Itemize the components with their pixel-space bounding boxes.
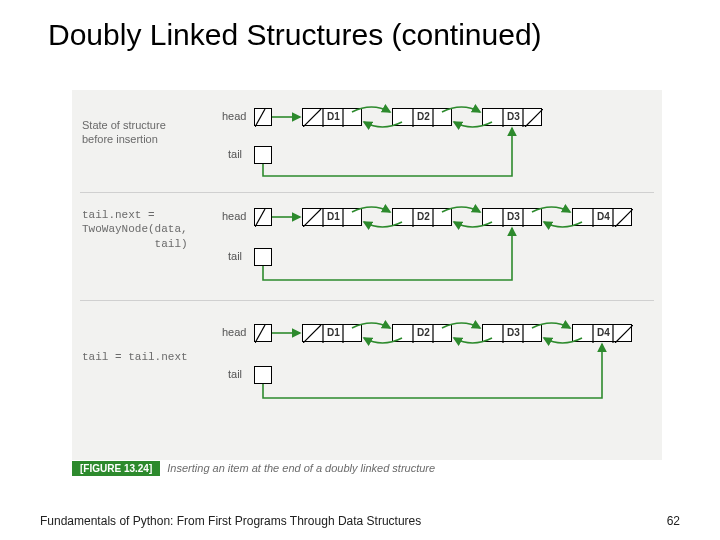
head-label: head [222,326,246,338]
svg-line-13 [303,209,321,227]
state-code-3: tail = tail.next [82,350,222,364]
footer-source: Fundamentals of Python: From First Progr… [40,514,421,528]
tail-box [254,146,272,164]
svg-line-20 [615,209,633,227]
figure-badge: [FIGURE 13.24] [72,461,160,476]
slide-footer: Fundamentals of Python: From First Progr… [40,514,680,528]
page-number: 62 [667,514,680,528]
node-data: D4 [597,327,610,338]
tail-label: tail [228,368,242,380]
figure-caption-text: Inserting an item at the end of a doubly… [167,462,435,474]
head-box [254,324,272,342]
figure-caption-bar: [FIGURE 13.24] Inserting an item at the … [72,462,435,474]
node-data: D4 [597,211,610,222]
svg-line-32 [615,325,633,343]
state-code-2: tail.next = TwoWayNode(data, tail) [82,208,222,251]
node-data: D3 [507,327,520,338]
head-box [254,208,272,226]
svg-line-10 [255,209,265,227]
node-data: D1 [327,211,340,222]
node-data: D2 [417,211,430,222]
node-data: D2 [417,111,430,122]
divider [80,300,654,301]
head-box [254,108,272,126]
head-label: head [222,110,246,122]
node-data: D3 [507,111,520,122]
tail-box [254,248,272,266]
tail-label: tail [228,250,242,262]
slide-title: Doubly Linked Structures (continued) [0,0,720,52]
head-label: head [222,210,246,222]
svg-line-8 [525,109,543,127]
tail-label: tail [228,148,242,160]
node-data: D3 [507,211,520,222]
node-data: D2 [417,327,430,338]
node-data: D1 [327,111,340,122]
tail-box [254,366,272,384]
node-data: D1 [327,327,340,338]
state-label-1: State of structure before insertion [82,118,192,147]
svg-line-0 [255,109,265,127]
svg-line-25 [303,325,321,343]
svg-line-22 [255,325,265,343]
diagram-figure: State of structure before insertion head… [72,90,662,460]
svg-line-3 [303,109,321,127]
divider [80,192,654,193]
